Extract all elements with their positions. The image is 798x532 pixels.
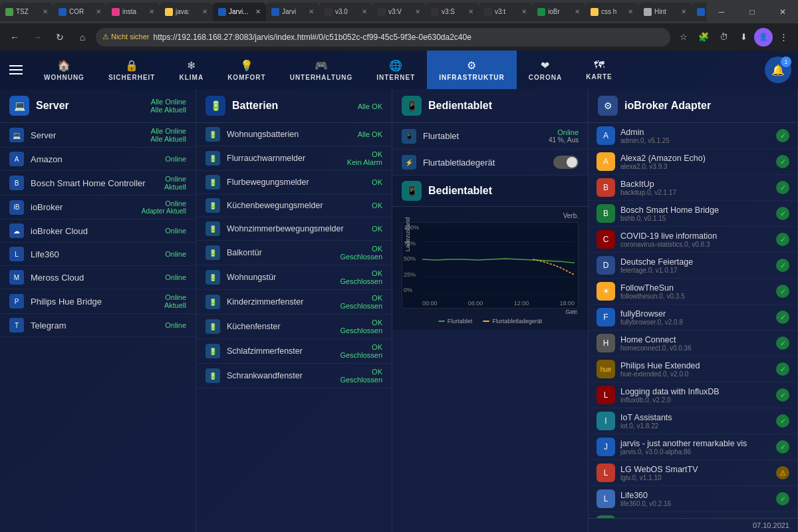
adapter-item-meross[interactable]: M Meross Cloud meross.0, v1.6.3 ✓ <box>589 512 797 518</box>
adapter-item-lgtv[interactable]: L LG WebOS SmartTV lgtv.0, v1.1.10 ⚠ <box>589 460 797 486</box>
battery-item-wohnzimmerbewegungsmelder[interactable]: 🔋 Wohnzimmerbewegungsmelder OK <box>196 217 392 241</box>
adapter-item-backitup[interactable]: B BackItUp backitup.0, v2.1.17 ✓ <box>589 175 797 201</box>
adapter-version-admin: admin.0, v5.1.25 <box>620 137 771 144</box>
adapter-item-iot[interactable]: I IoT Assistants iot.0, v1.8.22 ✓ <box>589 408 797 434</box>
tablet-chart-title: Bedientablet <box>428 185 492 197</box>
server-item-bosch[interactable]: B Bosch Smart Home Controller Online Akt… <box>0 171 196 196</box>
tablet-item-flurtablet[interactable]: 📱 Flurtablet Online 41 %, Aus <box>392 123 588 150</box>
nav-item-unterhaltung[interactable]: 🎮 UNTERHALTUNG <box>278 51 365 89</box>
tab-10[interactable]: v3:t ✕ <box>479 3 532 21</box>
chart-top-label: Verb. <box>563 212 579 219</box>
tab-9[interactable]: v3:S ✕ <box>426 3 479 21</box>
adapter-item-admin[interactable]: A Admin admin.0, v5.1.25 ✓ <box>589 123 797 149</box>
battery-item-flurrauchwarnmelder[interactable]: 🔋 Flurrauchwarnmelder OK Kein Alarm <box>196 146 392 171</box>
adapter-item-bshb[interactable]: B Bosch Smart Home Bridge bshb.0, v0.1.1… <box>589 201 797 227</box>
nav-item-karte[interactable]: 🗺 KARTE <box>574 51 624 89</box>
tab-7[interactable]: v3.0 ✕ <box>319 3 372 21</box>
close-button[interactable]: ✕ <box>767 0 798 23</box>
server-item-iobroker-cloud[interactable]: ☁ ioBroker Cloud Online <box>0 219 196 243</box>
legend-item-flurtablet: Flurtablet <box>438 318 473 325</box>
adapter-info-alexa2: Alexa2 (Amazon Echo) alexa2.0, v3.9.3 <box>620 154 771 170</box>
adapter-info-feiertage: Deutsche Feiertage feiertage.0, v1.0.17 <box>620 257 771 274</box>
battery-item-kinderzimmerfenster[interactable]: 🔋 Kinderzimmerfenster OK Geschlossen <box>196 290 392 315</box>
maximize-button[interactable]: □ <box>737 0 767 23</box>
adapter-item-fullybrowser[interactable]: F fullyBrowser fullybrowser.0, v2.0.8 ✓ <box>589 305 797 331</box>
tab-14[interactable]: jarvi ✕ <box>692 3 706 21</box>
adapter-info-lgtv: LG WebOS SmartTV lgtv.0, v1.1.10 <box>620 465 771 481</box>
tab-4[interactable]: java: ✕ <box>160 3 213 21</box>
download-button[interactable]: ⬇ <box>734 28 753 47</box>
notification-button[interactable]: 🔔 1 <box>765 57 791 83</box>
adapter-item-life360[interactable]: L Life360 life360.0, v0.2.16 ✓ <box>589 486 797 512</box>
server-item-meross[interactable]: M Meross Cloud Online <box>0 266 196 289</box>
adapter-item-jarvis[interactable]: J jarvis - just another remarkable vis j… <box>589 434 797 460</box>
tab-2[interactable]: COR ✕ <box>53 3 106 21</box>
server-item-amazon[interactable]: A Amazon Online <box>0 148 196 171</box>
battery-item-schlafzimmerfenster[interactable]: 🔋 Schlafzimmerfenster OK Geschlossen <box>196 339 392 364</box>
back-button[interactable]: ← <box>5 28 24 47</box>
adapter-icon-covid: C <box>597 230 615 249</box>
reload-button[interactable]: ↻ <box>51 28 69 47</box>
profile-button[interactable]: 👤 <box>754 28 773 47</box>
adapter-status-feiertage: ✓ <box>776 259 789 272</box>
minimize-button[interactable]: ─ <box>706 0 737 23</box>
server-item-philips[interactable]: P Philips Hue Bridge Online Aktuell <box>0 289 196 314</box>
tab-5[interactable]: Jarvi... ✕ <box>213 3 266 21</box>
server-item-iobroker[interactable]: iB ioBroker Online Adapter Aktuell <box>0 196 196 219</box>
adapter-item-homeconnect[interactable]: H Home Connect homeconnect.0, v0.0.36 ✓ <box>589 331 797 356</box>
tab-3[interactable]: insta ✕ <box>106 3 160 21</box>
battery-item-wohnungstur[interactable]: 🔋 Wohnungstür OK Geschlossen <box>196 265 392 290</box>
adapter-item-influxdb[interactable]: L Logging data with InfluxDB influxdb.0,… <box>589 382 797 408</box>
adapter-info-fullybrowser: fullyBrowser fullybrowser.0, v2.0.8 <box>620 309 771 326</box>
nav-item-wohnung[interactable]: 🏠 WOHNUNG <box>32 51 96 89</box>
extensions-button[interactable]: 🧩 <box>694 28 713 47</box>
battery-panel-header: 🔋 Batterien Alle OK <box>196 89 392 123</box>
bookmark-button[interactable]: ☆ <box>674 28 693 47</box>
server-item-life360[interactable]: L Life360 Online <box>0 243 196 266</box>
nav-item-infrastruktur[interactable]: ⚙ INFRASTRUKTUR <box>427 51 517 89</box>
flurtabletladegerat-toggle[interactable] <box>553 156 579 169</box>
server-item-server[interactable]: 💻 Server Alle Online Alle Aktuell <box>0 123 196 148</box>
adapter-item-covid[interactable]: C COVID-19 live information coronavirus-… <box>589 227 797 253</box>
adapter-item-followthesun[interactable]: ☀ FollowTheSun followthesun.0, v0.3.5 ✓ <box>589 279 797 305</box>
forward-button[interactable]: → <box>28 28 47 47</box>
nav-item-internet[interactable]: 🌐 INTERNET <box>364 51 427 89</box>
nav-item-corona[interactable]: ❤ CORONA <box>517 51 574 89</box>
hamburger-button[interactable] <box>0 51 32 89</box>
battery-item-schrankwandfenster[interactable]: 🔋 Schrankwandfenster OK Geschlossen <box>196 364 392 388</box>
server-item-telegram[interactable]: T Telegram Online <box>0 314 196 337</box>
battery-item-wohnungsbatterien[interactable]: 🔋 Wohnungsbatterien Alle OK <box>196 123 392 146</box>
nav-item-klima[interactable]: ❄ KLIMA <box>167 51 215 89</box>
x-label-1200: 12:00 <box>514 300 529 307</box>
tablet-item-flurtabletladegerat[interactable]: ⚡ Flurtabletladegerät <box>392 150 588 176</box>
adapter-info-followthesun: FollowTheSun followthesun.0, v0.3.5 <box>620 283 771 300</box>
tab-1[interactable]: TSZ ✕ <box>0 3 53 21</box>
tab-13[interactable]: Hint ✕ <box>638 3 692 21</box>
adapter-item-hue-extended[interactable]: hue Philips Hue Extended hue-extended.0,… <box>589 356 797 382</box>
address-bar[interactable]: ⚠ Nicht sicher https://192.168.168.27:80… <box>96 28 670 47</box>
adapter-status-covid: ✓ <box>776 233 789 246</box>
karte-label: KARTE <box>586 73 612 80</box>
chart-container: Verb. 100% 75% 50% 25% 0% Ladezustand <box>392 207 588 330</box>
home-button[interactable]: ⌂ <box>73 28 92 47</box>
internet-icon: 🌐 <box>389 59 403 72</box>
adapter-item-feiertage[interactable]: D Deutsche Feiertage feiertage.0, v1.0.1… <box>589 253 797 279</box>
battery-item-kuechenbewegungsmelder[interactable]: 🔋 Küchenbewegungsmelder OK <box>196 194 392 217</box>
battery-item-kuechenfenster[interactable]: 🔋 Küchenfenster OK Geschlossen <box>196 315 392 339</box>
adapter-item-alexa2[interactable]: A Alexa2 (Amazon Echo) alexa2.0, v3.9.3 … <box>589 149 797 175</box>
tab-6[interactable]: Jarvi ✕ <box>266 3 319 21</box>
battery-item-balkontur[interactable]: 🔋 Balkontür OK Geschlossen <box>196 241 392 265</box>
nav-item-sicherheit[interactable]: 🔒 SICHERHEIT <box>96 51 168 89</box>
tab-12[interactable]: css h ✕ <box>585 3 638 21</box>
history-button[interactable]: ⏱ <box>714 28 733 47</box>
adapter-icon-influxdb: L <box>597 386 615 404</box>
settings-button[interactable]: ⋮ <box>774 28 793 47</box>
nav-item-komfort[interactable]: 💡 KOMFORT <box>215 51 278 89</box>
tab-11[interactable]: ioBr ✕ <box>532 3 585 21</box>
kuechenbewegungsmelder-icon: 🔋 <box>205 198 220 213</box>
adapter-name-covid: COVID-19 live information <box>620 231 771 241</box>
battery-item-flurbewegungsmelder[interactable]: 🔋 Flurbewegungsmelder OK <box>196 171 392 194</box>
notification-count: 1 <box>781 57 791 67</box>
chart-svg-wrapper <box>422 224 575 295</box>
tab-8[interactable]: v3:V ✕ <box>372 3 426 21</box>
